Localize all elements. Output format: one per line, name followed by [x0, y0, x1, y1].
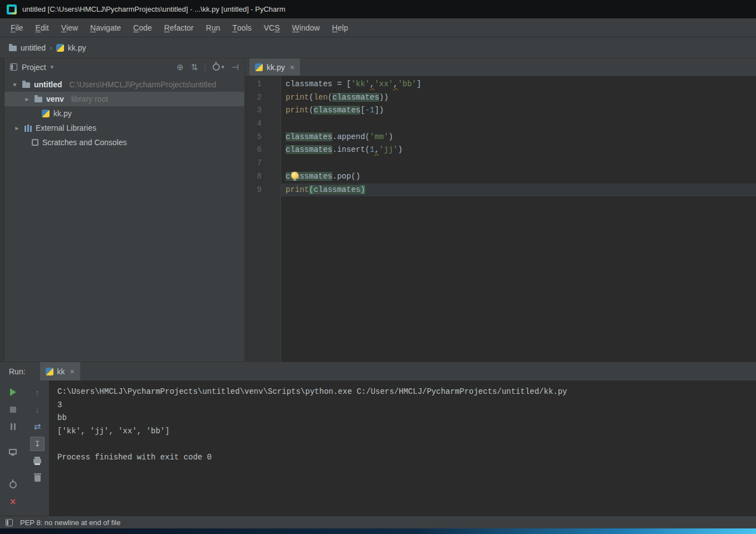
close-run-button[interactable]: × [6, 495, 20, 509]
code-token: 'jj' [379, 145, 398, 154]
tree-label: untitled [34, 80, 62, 89]
editor-code[interactable]: classmates = ['kk','xx','bb']print(len(c… [281, 76, 756, 362]
menu-item-vcs[interactable]: VCS [258, 18, 286, 37]
tab-kkpy[interactable]: kk.py × [249, 58, 300, 76]
code-line-9[interactable]: print(classmates) [281, 184, 756, 197]
navigation-bar: untitled › kk.py [0, 37, 756, 58]
code-line-6[interactable]: classmates.insert(1,'jj') [286, 144, 756, 157]
run-label: Run: [0, 362, 26, 380]
menu-item-file[interactable]: File [4, 18, 30, 37]
rerun-button[interactable] [6, 385, 20, 399]
tree-row-kkpy[interactable]: kk.py [4, 106, 244, 121]
tree-label: kk.py [53, 109, 72, 118]
menu-item-edit[interactable]: Edit [30, 18, 55, 37]
monitor-icon [9, 449, 17, 454]
code-token: 1 [370, 145, 374, 154]
line-number: 1 [249, 78, 262, 91]
libraries-icon [24, 125, 32, 132]
menu-item-help[interactable]: Help [326, 18, 354, 37]
menu-label: n [216, 23, 220, 32]
menu-item-navigate[interactable]: Navigate [84, 18, 127, 37]
menu-item-tools[interactable]: Tools [227, 18, 258, 37]
locate-file-icon[interactable]: ⊕ [176, 62, 184, 72]
code-line-3[interactable]: print(classmates[-1]) [286, 104, 756, 117]
project-header: Project ▾ ⊕ ⇅ ▾ ⊣ [4, 58, 244, 76]
menu-label: R [164, 23, 170, 32]
console-line: ['kk', 'jj', 'xx', 'bb'] [57, 425, 756, 438]
clear-all-button[interactable] [30, 471, 45, 486]
pause-output-button[interactable] [6, 419, 20, 434]
menu-item-refactor[interactable]: Refactor [158, 18, 200, 37]
menu-label: elp [337, 23, 348, 32]
menu-label: iew [66, 23, 78, 32]
menu-item-view[interactable]: View [55, 18, 84, 37]
folder-icon [22, 82, 30, 88]
code-token: -1 [365, 106, 375, 115]
code-token: classmates [286, 132, 332, 141]
breadcrumb-untitled[interactable]: untitled [21, 43, 46, 52]
code-line-2[interactable]: print(len(classmates)) [286, 91, 756, 105]
intention-bulb-icon[interactable] [291, 172, 298, 179]
tree-row-external-libraries[interactable]: ▸ External Libraries [4, 121, 244, 135]
status-bar: PEP 8: no newline at end of file [0, 516, 756, 528]
trash-icon [35, 475, 41, 482]
console-line [57, 438, 756, 451]
up-arrow-icon: ↑ [35, 388, 40, 397]
menu-label: V [61, 23, 66, 32]
menu-label: dit [41, 23, 49, 32]
down-stack-button[interactable]: ↓ [30, 402, 45, 417]
code-line-1[interactable]: classmates = ['kk','xx','bb'] [286, 78, 756, 91]
code-token: .pop() [332, 172, 360, 181]
scroll-to-end-button[interactable]: ↧ [30, 437, 45, 451]
code-line-8[interactable]: classmates.pop() [286, 170, 756, 184]
chevron-right-icon[interactable]: ▸ [23, 95, 31, 103]
console-line: bb [57, 412, 756, 425]
console-output[interactable]: C:\Users\HMCLJ\PycharmProjects\untitled\… [49, 380, 756, 516]
chevron-down-icon[interactable]: ▾ [11, 81, 18, 88]
project-toolwindow-icon [10, 63, 17, 71]
soft-wrap-button[interactable]: ⇄ [30, 419, 45, 434]
close-icon[interactable]: × [70, 367, 75, 376]
run-tab-kk[interactable]: kk × [40, 362, 80, 380]
tree-label: venv [46, 95, 64, 103]
hide-panel-icon[interactable]: ⊣ [232, 62, 239, 72]
scratches-icon [32, 139, 38, 146]
menu-label: ile [16, 23, 23, 32]
tree-row-scratches[interactable]: Scratches and Consoles [4, 135, 244, 150]
chevron-right-icon[interactable]: ▸ [13, 124, 21, 132]
code-token: )) [379, 93, 389, 102]
settings-button[interactable] [6, 477, 20, 492]
print-button[interactable] [30, 454, 45, 468]
run-header: Run: kk × [0, 362, 756, 380]
toolwindow-toggle-icon[interactable] [6, 519, 13, 526]
line-number: 3 [249, 104, 262, 117]
code-token: ) [398, 145, 402, 154]
tree-row-venv[interactable]: ▸ venv library root [4, 92, 244, 106]
project-title[interactable]: Project [22, 63, 46, 72]
breadcrumb-kkpy[interactable]: kk.py [68, 43, 86, 52]
line-number: 4 [249, 117, 262, 131]
close-icon[interactable]: × [290, 63, 294, 72]
code-token: ]) [375, 106, 384, 115]
stop-button[interactable] [6, 402, 20, 417]
tree-row-untitled[interactable]: ▾ untitled C:\Users\HMCLJ\PycharmProject… [4, 77, 244, 92]
menu-item-run[interactable]: Run [200, 18, 227, 37]
code-token: print [286, 93, 309, 102]
menu-label: VC [264, 23, 274, 32]
code-line-5[interactable]: classmates.append('mm') [286, 131, 756, 144]
restore-layout-button[interactable] [6, 444, 20, 459]
up-stack-button[interactable]: ↑ [30, 385, 45, 399]
chevron-down-icon[interactable]: ▾ [51, 63, 54, 71]
scroll-to-end-icon: ↧ [34, 439, 41, 448]
code-token: print [286, 185, 309, 194]
code-line-7[interactable] [286, 157, 756, 170]
collapse-all-icon[interactable]: ⇅ [191, 62, 198, 72]
code-token: ] [416, 80, 421, 88]
menu-item-code[interactable]: Code [127, 18, 158, 37]
line-number: 2 [249, 91, 262, 105]
tree-suffix: library root [71, 95, 108, 103]
code-line-4[interactable] [286, 117, 756, 131]
console-line: Process finished with exit code 0 [57, 451, 756, 464]
menu-item-window[interactable]: Window [286, 18, 326, 37]
gear-menu[interactable]: ▾ [213, 63, 224, 71]
